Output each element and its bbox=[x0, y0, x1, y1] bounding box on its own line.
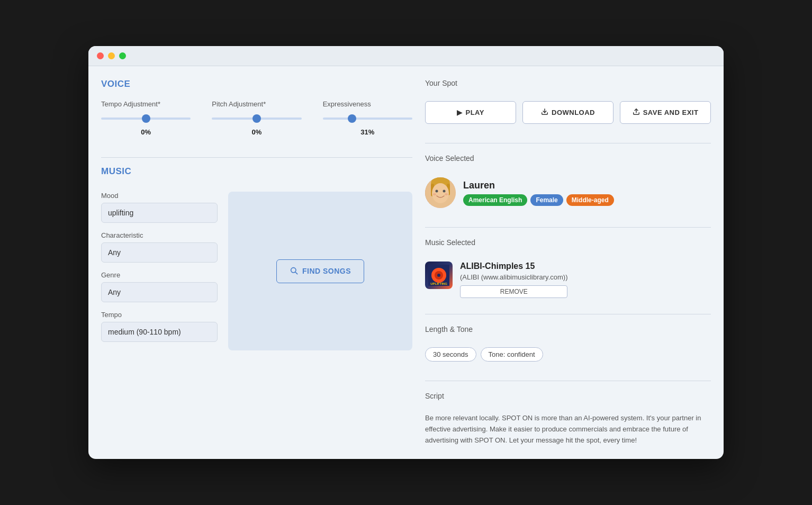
tag-middle-aged: Middle-aged bbox=[566, 194, 614, 206]
save-icon bbox=[633, 108, 640, 117]
voice-section-title: VOICE bbox=[101, 79, 412, 89]
tempo-adjustment-group: Tempo Adjustment* 0% bbox=[101, 100, 191, 136]
voice-selected-label: Voice Selected bbox=[425, 154, 711, 163]
music-section-title: MUSIC bbox=[101, 166, 412, 177]
expressiveness-value: 31% bbox=[323, 128, 412, 136]
pitch-value: 0% bbox=[212, 128, 301, 136]
tempo-label: Tempo Adjustment* bbox=[101, 100, 160, 108]
music-thumb-inner: UPLIFTING bbox=[425, 261, 453, 289]
tempo-select[interactable]: slow (60-80 bpm) medium (90-110 bpm) fas… bbox=[101, 322, 218, 342]
voice-details: Lauren American English Female Middle-ag… bbox=[463, 180, 614, 206]
tempo-select-wrapper: slow (60-80 bpm) medium (90-110 bpm) fas… bbox=[101, 322, 218, 342]
download-button[interactable]: DOWNLOAD bbox=[522, 101, 613, 124]
app-window: VOICE Tempo Adjustment* 0% Pitch Adjustm… bbox=[88, 46, 724, 458]
music-thumbnail: UPLIFTING bbox=[425, 261, 453, 289]
music-subtitle: (ALIBI (www.alibimusiclibrary.com)) bbox=[460, 273, 567, 281]
tempo-value: 0% bbox=[101, 128, 191, 136]
maximize-dot[interactable] bbox=[119, 52, 126, 59]
music-details: ALIBI-Chimples 15 (ALIBI (www.alibimusic… bbox=[460, 261, 567, 298]
songs-area: FIND SONGS bbox=[228, 192, 412, 350]
expressiveness-slider[interactable] bbox=[323, 118, 412, 120]
svg-line-1 bbox=[295, 272, 297, 274]
tempo-field: Tempo slow (60-80 bpm) medium (90-110 bp… bbox=[101, 311, 218, 342]
music-info: UPLIFTING ALIBI-Chimples 15 (ALIBI (www.… bbox=[425, 261, 711, 298]
tempo-field-label: Tempo bbox=[101, 311, 218, 319]
svg-point-12 bbox=[445, 193, 448, 195]
voice-info: Lauren American English Female Middle-ag… bbox=[425, 177, 711, 208]
right-divider-4 bbox=[425, 381, 711, 381]
find-songs-label: FIND SONGS bbox=[302, 267, 351, 275]
sliders-row: Tempo Adjustment* 0% Pitch Adjustment* 0… bbox=[101, 100, 412, 136]
music-selected-label: Music Selected bbox=[425, 238, 711, 247]
your-spot-label: Your Spot bbox=[425, 79, 711, 87]
music-title: ALIBI-Chimples 15 bbox=[460, 261, 567, 271]
mood-field: Mood uplifting calm energetic dramatic h… bbox=[101, 192, 218, 223]
characteristic-label: Characteristic bbox=[101, 231, 218, 239]
genre-field: Genre Any Pop Rock Classical Jazz bbox=[101, 271, 218, 302]
save-exit-label: SAVE AND EXIT bbox=[643, 109, 699, 116]
svg-point-9 bbox=[436, 190, 438, 193]
length-tone-tags: 30 seconds Tone: confident bbox=[425, 347, 711, 362]
svg-point-10 bbox=[443, 190, 446, 193]
mood-label: Mood bbox=[101, 192, 218, 200]
svg-text:UPLIFTING: UPLIFTING bbox=[430, 282, 447, 285]
right-divider-3 bbox=[425, 314, 711, 314]
right-divider-2 bbox=[425, 227, 711, 228]
tempo-slider[interactable] bbox=[101, 118, 191, 120]
script-label: Script bbox=[425, 392, 711, 400]
play-icon: ▶ bbox=[457, 109, 463, 116]
voice-section: VOICE Tempo Adjustment* 0% Pitch Adjustm… bbox=[101, 79, 412, 136]
remove-music-button[interactable]: REMOVE bbox=[460, 285, 567, 298]
characteristic-field: Characteristic Any Acoustic Electronic O… bbox=[101, 231, 218, 263]
mood-select-wrapper: uplifting calm energetic dramatic happy … bbox=[101, 203, 218, 223]
save-exit-button[interactable]: SAVE AND EXIT bbox=[620, 101, 711, 124]
characteristic-select-wrapper: Any Acoustic Electronic Orchestral bbox=[101, 242, 218, 263]
voice-name: Lauren bbox=[463, 180, 614, 191]
music-content: Mood uplifting calm energetic dramatic h… bbox=[101, 192, 412, 350]
script-text: Be more relevant locally. SPOT ON is mor… bbox=[425, 413, 711, 446]
svg-point-11 bbox=[433, 193, 436, 195]
svg-point-16 bbox=[437, 274, 440, 277]
minimize-dot[interactable] bbox=[108, 52, 115, 59]
genre-select-wrapper: Any Pop Rock Classical Jazz bbox=[101, 282, 218, 302]
left-panel: VOICE Tempo Adjustment* 0% Pitch Adjustm… bbox=[101, 79, 412, 446]
genre-label: Genre bbox=[101, 271, 218, 279]
search-icon bbox=[290, 266, 298, 276]
length-tag: 30 seconds bbox=[425, 347, 476, 362]
pitch-label: Pitch Adjustment* bbox=[212, 100, 266, 108]
find-songs-button[interactable]: FIND SONGS bbox=[276, 259, 364, 283]
play-button[interactable]: ▶ PLAY bbox=[425, 101, 516, 124]
right-divider-1 bbox=[425, 143, 711, 143]
music-controls: Mood uplifting calm energetic dramatic h… bbox=[101, 192, 218, 350]
close-dot[interactable] bbox=[97, 52, 104, 59]
title-bar bbox=[88, 46, 724, 66]
tone-tag: Tone: confident bbox=[481, 347, 543, 362]
pitch-slider-wrapper bbox=[212, 112, 301, 122]
main-content: VOICE Tempo Adjustment* 0% Pitch Adjustm… bbox=[88, 66, 724, 458]
download-icon bbox=[541, 108, 548, 117]
expressiveness-slider-wrapper bbox=[323, 112, 412, 122]
expressiveness-label: Expressiveness bbox=[323, 100, 371, 108]
tempo-slider-wrapper bbox=[101, 112, 191, 122]
expressiveness-group: Expressiveness 31% bbox=[323, 100, 412, 136]
svg-point-8 bbox=[432, 183, 449, 203]
remove-label: REMOVE bbox=[500, 288, 528, 295]
genre-select[interactable]: Any Pop Rock Classical Jazz bbox=[101, 282, 218, 302]
voice-tags: American English Female Middle-aged bbox=[463, 194, 614, 206]
download-label: DOWNLOAD bbox=[552, 109, 595, 116]
play-label: PLAY bbox=[466, 109, 484, 116]
avatar bbox=[425, 177, 456, 208]
right-panel: Your Spot ▶ PLAY DOWNLOAD bbox=[425, 79, 711, 446]
music-section: MUSIC Mood uplifting calm energetic bbox=[101, 166, 412, 350]
tag-american-english: American English bbox=[463, 194, 527, 206]
action-buttons: ▶ PLAY DOWNLOAD bbox=[425, 101, 711, 124]
pitch-adjustment-group: Pitch Adjustment* 0% bbox=[212, 100, 301, 136]
tag-female: Female bbox=[530, 194, 563, 206]
pitch-slider[interactable] bbox=[212, 118, 301, 120]
voice-music-divider bbox=[101, 157, 412, 158]
mood-select[interactable]: uplifting calm energetic dramatic happy … bbox=[101, 203, 218, 223]
characteristic-select[interactable]: Any Acoustic Electronic Orchestral bbox=[101, 242, 218, 263]
length-tone-label: Length & Tone bbox=[425, 325, 711, 333]
